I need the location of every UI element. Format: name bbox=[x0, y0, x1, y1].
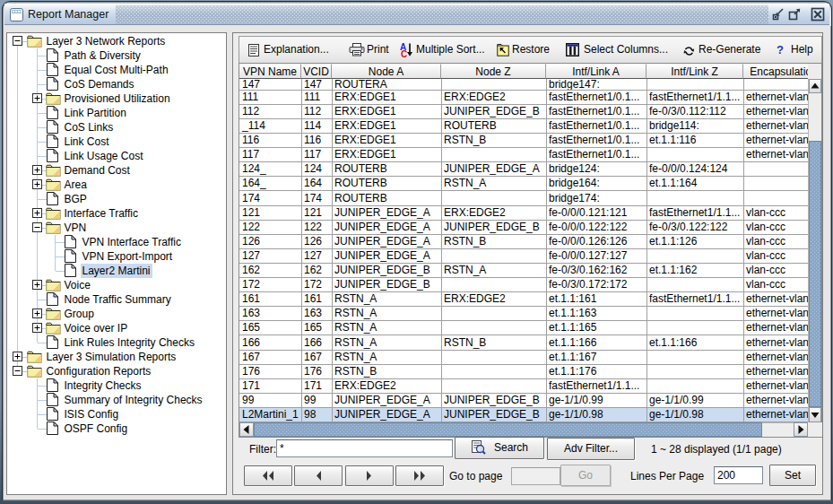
svg-text:C: C bbox=[401, 49, 407, 58]
